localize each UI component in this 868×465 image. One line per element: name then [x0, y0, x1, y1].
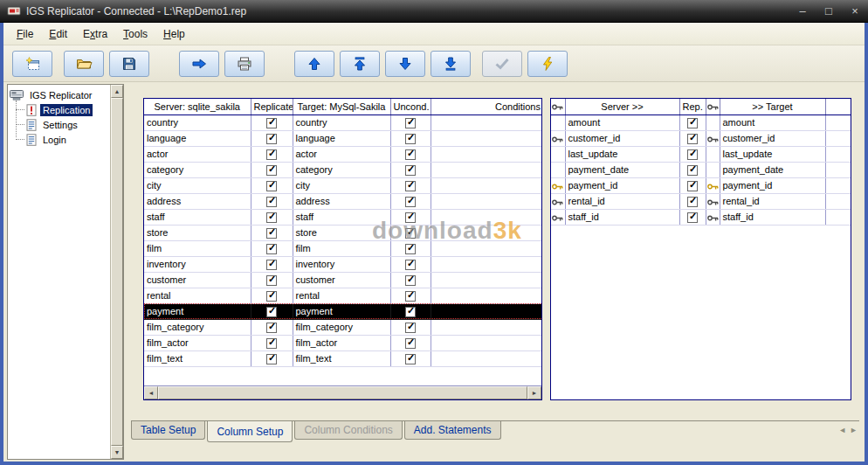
conditions-cell[interactable] — [431, 115, 541, 130]
menu-file[interactable]: File — [9, 25, 41, 43]
uncond-checkbox[interactable] — [405, 323, 416, 333]
scroll-up-button[interactable]: ▲ — [111, 85, 123, 98]
column-row[interactable]: staff_idstaff_id — [551, 209, 851, 225]
conditions-cell[interactable] — [431, 272, 541, 288]
scrollbar-thumb[interactable] — [158, 386, 527, 399]
server-column-cell[interactable]: staff_id — [565, 209, 679, 225]
execute-button[interactable] — [527, 51, 568, 77]
server-column-cell[interactable]: rental_id — [565, 193, 679, 209]
tab-table-setup[interactable]: Table Setup — [131, 421, 205, 440]
conditions-cell[interactable] — [431, 146, 541, 162]
rep-checkbox[interactable] — [687, 149, 698, 160]
server-table-cell[interactable]: category — [144, 162, 251, 177]
scroll-down-button[interactable]: ▼ — [111, 446, 123, 459]
conditions-cell[interactable] — [431, 225, 541, 240]
conditions-cell[interactable] — [431, 130, 541, 146]
replicate-checkbox[interactable] — [266, 197, 277, 207]
column-header-uncond[interactable]: Uncond. — [390, 99, 431, 115]
replicate-checkbox[interactable] — [266, 118, 277, 128]
server-table-cell[interactable]: inventory — [144, 256, 251, 272]
target-table-cell[interactable]: category — [293, 162, 390, 177]
server-table-cell[interactable]: city — [144, 177, 251, 193]
target-table-cell[interactable]: store — [293, 225, 390, 240]
server-column-cell[interactable]: payment_id — [565, 177, 679, 193]
server-table-cell[interactable]: customer — [144, 272, 251, 288]
table-row[interactable]: rentalrental — [144, 288, 541, 303]
tab-scroll-right-button[interactable]: ► — [850, 426, 858, 434]
uncond-checkbox[interactable] — [405, 228, 416, 239]
conditions-cell[interactable] — [431, 209, 541, 225]
server-column-cell[interactable]: last_update — [565, 146, 679, 162]
conditions-cell[interactable] — [431, 350, 541, 366]
uncond-checkbox[interactable] — [405, 212, 416, 223]
conditions-cell[interactable] — [431, 177, 541, 193]
tree-vertical-scrollbar[interactable]: ▲ ▼ — [110, 85, 123, 459]
rep-checkbox[interactable] — [687, 134, 698, 144]
replicate-checkbox[interactable] — [266, 307, 277, 317]
print-button[interactable] — [224, 51, 265, 77]
next-button[interactable] — [385, 51, 425, 77]
target-table-cell[interactable]: address — [293, 193, 390, 209]
target-table-cell[interactable]: customer — [293, 272, 390, 288]
server-column-cell[interactable]: payment_date — [565, 162, 679, 177]
uncond-checkbox[interactable] — [405, 260, 416, 270]
target-table-cell[interactable]: film_text — [293, 350, 390, 366]
replicate-checkbox[interactable] — [266, 323, 277, 333]
tree-item-replication[interactable]: Replication — [16, 102, 108, 117]
column-row[interactable]: customer_idcustomer_id — [551, 130, 851, 146]
table-row[interactable]: categorycategory — [144, 162, 541, 177]
table-row[interactable]: staffstaff — [144, 209, 541, 225]
scroll-right-button[interactable]: ► — [527, 386, 541, 399]
server-table-cell[interactable]: film — [144, 240, 251, 256]
menu-edit[interactable]: Edit — [41, 25, 75, 43]
maximize-button[interactable]: □ — [823, 4, 835, 17]
server-table-cell[interactable]: film_category — [144, 319, 251, 335]
post-button[interactable] — [482, 51, 522, 77]
target-column-cell[interactable]: payment_id — [720, 177, 825, 193]
column-header-server[interactable]: Server: sqlite_sakila — [144, 99, 251, 115]
target-column-cell[interactable]: rental_id — [720, 193, 825, 209]
uncond-checkbox[interactable] — [405, 118, 416, 128]
table-row[interactable]: citycity — [144, 177, 541, 193]
server-key-column-header[interactable] — [551, 99, 565, 115]
replicate-checkbox[interactable] — [266, 228, 277, 239]
target-table-cell[interactable]: rental — [293, 288, 390, 303]
target-table-cell[interactable]: actor — [293, 146, 390, 162]
column-row[interactable]: payment_datepayment_date — [551, 162, 851, 177]
target-key-column-header[interactable] — [706, 99, 720, 115]
target-table-cell[interactable]: city — [293, 177, 390, 193]
table-row[interactable]: countrycountry — [144, 115, 541, 130]
uncond-checkbox[interactable] — [405, 291, 416, 302]
conditions-cell[interactable] — [431, 303, 541, 319]
tree-root-igs-replicator[interactable]: IGS Replicator — [10, 87, 108, 102]
prior-button[interactable] — [294, 51, 334, 77]
replicate-checkbox[interactable] — [266, 338, 277, 349]
target-table-cell[interactable]: staff — [293, 209, 390, 225]
tab-scroll-left-button[interactable]: ◄ — [838, 426, 846, 434]
table-row[interactable]: film_textfilm_text — [144, 350, 541, 366]
column-row[interactable]: payment_idpayment_id — [551, 177, 851, 193]
uncond-checkbox[interactable] — [405, 165, 416, 176]
target-table-cell[interactable]: film — [293, 240, 390, 256]
column-header-replicate[interactable]: Replicate — [251, 99, 293, 115]
server-table-cell[interactable]: rental — [144, 288, 251, 303]
minimize-button[interactable]: – — [796, 4, 809, 17]
replicate-checkbox[interactable] — [266, 275, 277, 286]
uncond-checkbox[interactable] — [405, 354, 416, 364]
target-column-cell[interactable]: last_update — [720, 146, 825, 162]
scroll-left-button[interactable]: ◄ — [144, 386, 158, 399]
target-table-cell[interactable]: payment — [293, 303, 390, 319]
title-bar[interactable]: IGS Replicator - Connected - L:\RepDemo1… — [0, 0, 868, 23]
save-button[interactable] — [109, 51, 149, 77]
replicate-checkbox[interactable] — [266, 244, 277, 254]
conditions-cell[interactable] — [431, 256, 541, 272]
column-row[interactable]: last_updatelast_update — [551, 146, 851, 162]
server-table-cell[interactable]: store — [144, 225, 251, 240]
server-table-cell[interactable]: staff — [144, 209, 251, 225]
column-header-target[interactable]: >> Target — [720, 99, 825, 115]
menu-extra[interactable]: Extra — [75, 25, 115, 43]
server-column-cell[interactable]: amount — [565, 115, 679, 130]
rep-checkbox[interactable] — [687, 165, 698, 176]
conditions-cell[interactable] — [431, 162, 541, 177]
table-row[interactable]: film_categoryfilm_category — [144, 319, 541, 335]
